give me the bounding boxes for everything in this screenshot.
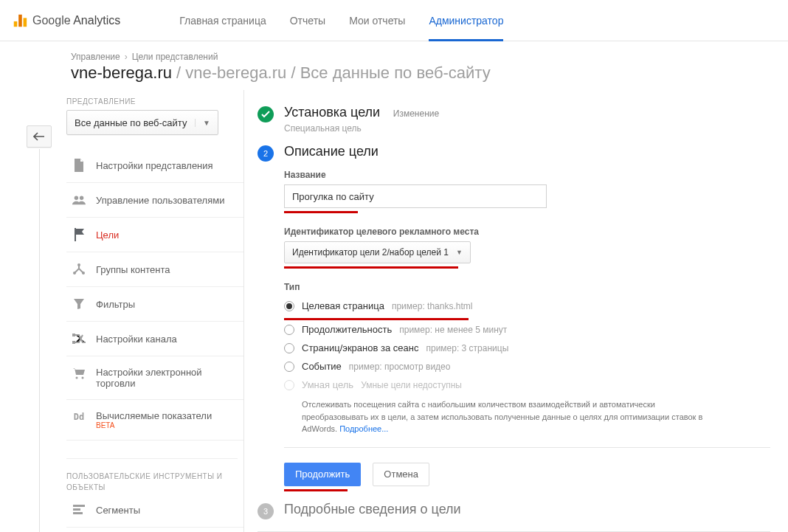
svg-point-4 bbox=[82, 272, 85, 274]
dd-icon: Dd bbox=[72, 410, 86, 424]
sidebar-item-label: Группы контента bbox=[96, 264, 170, 275]
topnav-admin[interactable]: Администратор bbox=[429, 0, 503, 41]
type-duration-label: Продолжительность bbox=[302, 324, 392, 335]
crumb-goals[interactable]: Цели представлений bbox=[132, 52, 218, 62]
sidebar-item-view-settings[interactable]: Настройки представления bbox=[66, 148, 243, 183]
type-pages-hint: пример: 3 страницы bbox=[426, 343, 508, 353]
sidebar-item-content-groups[interactable]: Группы контента bbox=[66, 252, 243, 287]
type-pages-row[interactable]: Страниц/экранов за сеанс пример: 3 стран… bbox=[284, 339, 770, 357]
continue-button[interactable]: Продолжить bbox=[284, 463, 361, 486]
step-2-title: Описание цели bbox=[284, 144, 379, 159]
svg-point-3 bbox=[73, 272, 76, 274]
sidebar-item-calculated[interactable]: Dd Вычисляемые показателиBETA bbox=[66, 400, 243, 441]
sidebar-item-label: Настройки представления bbox=[96, 160, 213, 171]
sidebar-item-label: Управление пользователями bbox=[96, 195, 224, 206]
smart-goal-description: Отслеживать посещения сайта с наибольшим… bbox=[302, 398, 715, 435]
type-event-label: Событие bbox=[302, 361, 342, 372]
type-destination-label: Целевая страница bbox=[302, 300, 384, 311]
sidebar-item-label: Настройки канала bbox=[96, 334, 177, 345]
type-smart-row: Умная цель Умные цели недоступны bbox=[284, 376, 770, 394]
crumb-admin[interactable]: Управление bbox=[71, 52, 120, 62]
annotation-underline bbox=[284, 211, 358, 213]
type-event-row[interactable]: Событие пример: просмотр видео bbox=[284, 357, 770, 376]
step-3: 3 Подробные сведения о цели bbox=[258, 502, 770, 519]
cart-icon bbox=[72, 367, 86, 380]
name-label: Название bbox=[284, 170, 770, 180]
radio-icon[interactable] bbox=[284, 325, 294, 335]
flag-icon bbox=[72, 228, 86, 241]
topnav-reports[interactable]: Отчеты bbox=[290, 0, 325, 41]
sidebar-item-ecommerce[interactable]: Настройки электронной торговли bbox=[66, 356, 243, 400]
type-pages-label: Страниц/экранов за сеанс bbox=[302, 342, 418, 353]
sidebar-item-label: Сегменты bbox=[96, 505, 140, 516]
back-button[interactable] bbox=[27, 125, 52, 148]
sidebar-item-label: Вычисляемые показателиBETA bbox=[96, 410, 212, 429]
svg-point-7 bbox=[76, 377, 78, 379]
svg-rect-5 bbox=[72, 334, 75, 336]
step-2-badge: 2 bbox=[258, 145, 274, 162]
step-3-title: Подробные сведения о цели bbox=[284, 502, 461, 517]
goal-slot-value: Идентификатор цели 2/набор целей 1 bbox=[292, 247, 449, 258]
arrow-left-icon bbox=[33, 132, 45, 141]
sidebar-item-label: Цели bbox=[96, 229, 119, 241]
channels-icon bbox=[72, 332, 86, 345]
svg-point-2 bbox=[77, 263, 80, 266]
sidebar: ПРЕДСТАВЛЕНИЕ Все данные по веб-сайту ▼ … bbox=[0, 90, 243, 532]
sidebar-item-users[interactable]: Управление пользователями bbox=[66, 183, 243, 218]
breadcrumb: Управление›Цели представлений bbox=[0, 41, 788, 63]
svg-rect-11 bbox=[73, 512, 83, 514]
view-dropdown-value: Все данные по веб-сайту bbox=[75, 117, 187, 128]
type-destination-row[interactable]: Целевая страница пример: thanks.html bbox=[284, 297, 770, 315]
step-1-edit-link[interactable]: Изменение bbox=[393, 108, 439, 119]
branch-icon bbox=[72, 263, 86, 276]
smart-goal-more-link[interactable]: Подробнее... bbox=[339, 424, 388, 433]
svg-point-8 bbox=[82, 377, 84, 379]
topnav-home[interactable]: Главная страница bbox=[179, 0, 266, 41]
type-duration-hint: пример: не менее 5 минут bbox=[399, 325, 507, 335]
annotation-underline bbox=[284, 266, 458, 269]
divider bbox=[284, 447, 770, 448]
svg-rect-10 bbox=[73, 508, 80, 511]
step-3-badge: 3 bbox=[258, 503, 274, 519]
sidebar-item-label: Фильтры bbox=[96, 299, 135, 310]
radio-selected-icon[interactable] bbox=[284, 301, 294, 311]
step-cancel-button[interactable]: Отмена bbox=[373, 463, 429, 486]
divider bbox=[258, 531, 770, 532]
slot-label: Идентификатор целевого рекламного места bbox=[284, 227, 770, 237]
type-event-hint: пример: просмотр видео bbox=[349, 362, 451, 372]
vertical-rule bbox=[39, 149, 40, 532]
document-icon bbox=[72, 159, 86, 172]
svg-point-1 bbox=[80, 196, 83, 200]
goal-name-input[interactable] bbox=[284, 184, 547, 208]
top-bar: Google Analytics Главная страница Отчеты… bbox=[0, 0, 788, 41]
chevron-down-icon: ▼ bbox=[195, 119, 210, 127]
funnel-icon bbox=[72, 297, 86, 311]
analytics-logo-icon bbox=[12, 13, 28, 29]
radio-icon[interactable] bbox=[284, 343, 294, 353]
sidebar-item-segments[interactable]: Сегменты bbox=[66, 493, 243, 528]
type-duration-row[interactable]: Продолжительность пример: не менее 5 мин… bbox=[284, 320, 770, 339]
check-icon bbox=[258, 106, 274, 122]
sidebar-menu: Настройки представления Управление польз… bbox=[66, 148, 243, 441]
radio-disabled-icon bbox=[284, 380, 294, 390]
page-title: vne-berega.ru / vne-berega.ru / Все данн… bbox=[0, 63, 788, 90]
sidebar-item-goals[interactable]: Цели bbox=[66, 218, 243, 252]
step-1: Установка цели Изменение Специальная цел… bbox=[258, 105, 770, 134]
svg-rect-6 bbox=[72, 341, 75, 344]
radio-icon[interactable] bbox=[284, 362, 294, 372]
users-icon bbox=[72, 193, 86, 207]
segments-icon bbox=[72, 503, 86, 517]
step-1-title: Установка цели bbox=[284, 105, 380, 120]
sidebar-item-channel-settings[interactable]: Настройки канала bbox=[66, 322, 243, 356]
chevron-down-icon: ▼ bbox=[456, 249, 463, 256]
annotation-underline bbox=[284, 489, 348, 491]
top-nav: Главная страница Отчеты Мои отчеты Админ… bbox=[179, 0, 503, 41]
logo[interactable]: Google Analytics bbox=[12, 13, 120, 29]
step-2: 2 Описание цели Название Идентификатор ц… bbox=[258, 144, 770, 491]
sidebar-item-filters[interactable]: Фильтры bbox=[66, 287, 243, 322]
main-content: Установка цели Изменение Специальная цел… bbox=[243, 90, 788, 532]
goal-slot-dropdown[interactable]: Идентификатор цели 2/набор целей 1 ▼ bbox=[284, 241, 471, 263]
topnav-my-reports[interactable]: Мои отчеты bbox=[349, 0, 405, 41]
svg-rect-9 bbox=[73, 505, 85, 507]
view-dropdown[interactable]: Все данные по веб-сайту ▼ bbox=[66, 110, 218, 135]
